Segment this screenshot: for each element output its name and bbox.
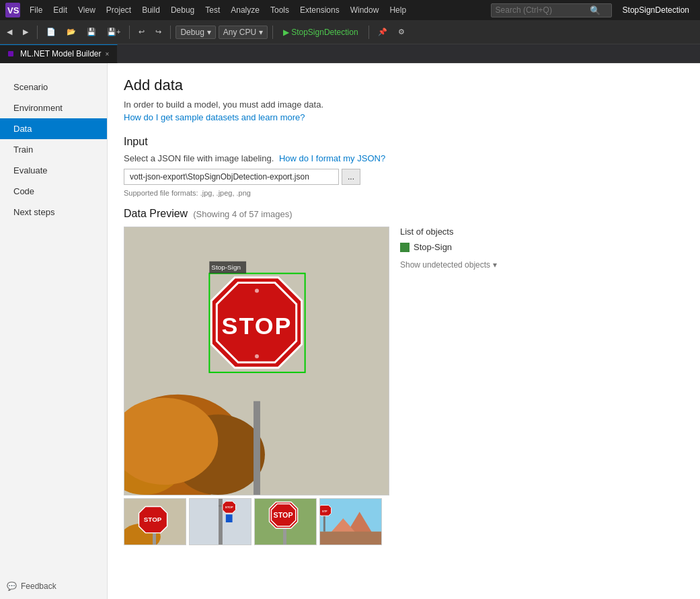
menu-debug[interactable]: Debug	[165, 3, 200, 17]
debug-label: Debug	[180, 28, 204, 37]
tab-bar: ML.NET Model Builder ×	[0, 44, 700, 63]
menu-build[interactable]: Build	[137, 3, 165, 17]
toolbar: ◀ ▶ 📄 📂 💾 💾+ ↩ ↪ Debug ▾ Any CPU ▾ ▶ Sto…	[0, 20, 700, 44]
sidebar-item-scenario[interactable]: Scenario	[0, 77, 107, 97]
main-area: Scenario Environment Data Train Evaluate…	[0, 63, 700, 599]
title-search-box[interactable]: 🔍	[491, 3, 612, 17]
toolbar-sep-2	[129, 26, 130, 39]
tab-close-btn[interactable]: ×	[106, 50, 110, 58]
svg-text:STOP: STOP	[222, 313, 293, 340]
toolbar-save-all-btn[interactable]: 💾+	[103, 25, 124, 39]
feedback-icon: 💬	[7, 582, 17, 591]
data-preview-count: (Showing 4 of 57 images)	[193, 209, 292, 219]
main-preview-box: STOP Stop-Sign	[124, 227, 389, 495]
show-undetected-chevron-icon: ▾	[493, 260, 497, 270]
legend-title: List of objects	[400, 227, 508, 237]
svg-text:STOP: STOP	[144, 516, 162, 523]
menu-edit[interactable]: Edit	[48, 3, 73, 17]
svg-rect-26	[226, 514, 233, 522]
sidebar-item-next-steps[interactable]: Next steps	[0, 202, 107, 223]
thumbnail-3[interactable]: STOP	[254, 498, 317, 545]
search-icon: 🔍	[590, 5, 600, 15]
sidebar-item-train[interactable]: Train	[0, 139, 107, 160]
title-search-input[interactable]	[496, 5, 590, 15]
legend-panel: List of objects Stop-Sign Show undetecte…	[400, 227, 508, 270]
thumbnail-strip: STOP STOP	[124, 498, 389, 545]
preview-column: STOP Stop-Sign	[124, 227, 389, 545]
file-path-display: vott-json-export\StopSignObjDetection-ex…	[124, 169, 339, 185]
toolbar-sep-3	[170, 26, 171, 39]
menu-extensions[interactable]: Extensions	[295, 3, 345, 17]
menu-help[interactable]: Help	[384, 3, 412, 17]
run-label: StopSignDetection	[291, 28, 358, 37]
menu-tools[interactable]: Tools	[265, 3, 295, 17]
toolbar-sep-1	[37, 26, 38, 39]
thumbnail-2[interactable]: STOP	[189, 498, 251, 545]
thumbnail-1[interactable]: STOP	[124, 498, 186, 545]
svg-text:STOP: STOP	[274, 511, 293, 519]
feedback-button[interactable]: 💬 Feedback	[0, 573, 107, 599]
menu-analyze[interactable]: Analyze	[225, 3, 265, 17]
svg-text:Stop-Sign: Stop-Sign	[211, 264, 241, 271]
help-link[interactable]: How do I get sample datasets and learn m…	[124, 112, 305, 122]
tab-model-builder[interactable]: ML.NET Model Builder ×	[0, 44, 118, 63]
cpu-chevron-icon: ▾	[259, 28, 263, 37]
thumbnail-4[interactable]: STP	[319, 498, 382, 545]
toolbar-open-btn[interactable]: 📂	[63, 25, 80, 39]
vs-logo-icon: VS	[5, 3, 20, 17]
toolbar-new-btn[interactable]: 📄	[42, 25, 60, 39]
sidebar-item-data[interactable]: Data	[0, 118, 107, 139]
menu-view[interactable]: View	[73, 3, 101, 17]
debug-dropdown[interactable]: Debug ▾	[176, 26, 215, 39]
debug-chevron-icon: ▾	[207, 28, 211, 37]
page-title: Add data	[124, 77, 684, 94]
sidebar-item-evaluate[interactable]: Evaluate	[0, 160, 107, 181]
data-preview-title: Data Preview	[124, 208, 188, 220]
svg-rect-7	[254, 401, 260, 495]
legend-item-label: Stop-Sign	[414, 242, 452, 252]
input-description: Select a JSON file with image labeling. …	[124, 153, 684, 163]
run-button[interactable]: ▶ StopSignDetection	[278, 26, 363, 39]
data-preview-header: Data Preview (Showing 4 of 57 images)	[124, 208, 684, 220]
show-undetected-toggle[interactable]: Show undetected objects ▾	[400, 260, 508, 270]
menu-test[interactable]: Test	[200, 3, 225, 17]
toolbar-forward-btn[interactable]: ▶	[19, 25, 32, 39]
svg-point-11	[255, 289, 259, 293]
thumbnail-4-image: STP	[320, 498, 381, 545]
menu-project[interactable]: Project	[101, 3, 137, 17]
menu-window[interactable]: Window	[345, 3, 385, 17]
svg-rect-36	[323, 515, 325, 531]
menu-bar: VS File Edit View Project Build Debug Te…	[5, 3, 491, 17]
sidebar-item-code[interactable]: Code	[0, 181, 107, 202]
title-bar: VS File Edit View Project Build Debug Te…	[0, 0, 700, 20]
toolbar-sep-5	[368, 26, 369, 39]
thumbnail-2-image: STOP	[190, 498, 251, 545]
run-play-icon: ▶	[283, 28, 289, 37]
input-section-title: Input	[124, 136, 684, 148]
toolbar-back-btn[interactable]: ◀	[3, 25, 16, 39]
toolbar-save-btn[interactable]: 💾	[83, 25, 100, 39]
toolbar-pin-btn[interactable]: 📌	[374, 25, 391, 39]
format-link[interactable]: How do I format my JSON?	[279, 153, 385, 163]
menu-file[interactable]: File	[24, 3, 48, 17]
svg-text:STP: STP	[322, 510, 327, 513]
feedback-label: Feedback	[21, 582, 56, 591]
page-subtitle: In order to build a model, you must add …	[124, 99, 684, 110]
show-undetected-label: Show undetected objects	[400, 260, 490, 270]
cpu-label: Any CPU	[223, 28, 256, 37]
toolbar-undo-btn[interactable]: ↩	[134, 25, 149, 39]
toolbar-sep-4	[272, 26, 273, 39]
preview-image: STOP Stop-Sign	[124, 227, 389, 495]
tab-accent-icon	[8, 51, 13, 56]
browse-button[interactable]: ...	[342, 169, 360, 185]
thumbnail-3-image: STOP	[255, 498, 316, 545]
toolbar-redo-btn[interactable]: ↪	[151, 25, 165, 39]
cpu-dropdown[interactable]: Any CPU ▾	[219, 26, 268, 39]
svg-text:VS: VS	[7, 5, 20, 15]
sidebar-item-environment[interactable]: Environment	[0, 97, 107, 118]
toolbar-settings-btn[interactable]: ⚙	[394, 25, 409, 39]
legend-item-stop-sign: Stop-Sign	[400, 242, 508, 252]
legend-color-box	[400, 243, 410, 252]
svg-point-12	[255, 354, 259, 358]
svg-rect-35	[320, 532, 381, 545]
